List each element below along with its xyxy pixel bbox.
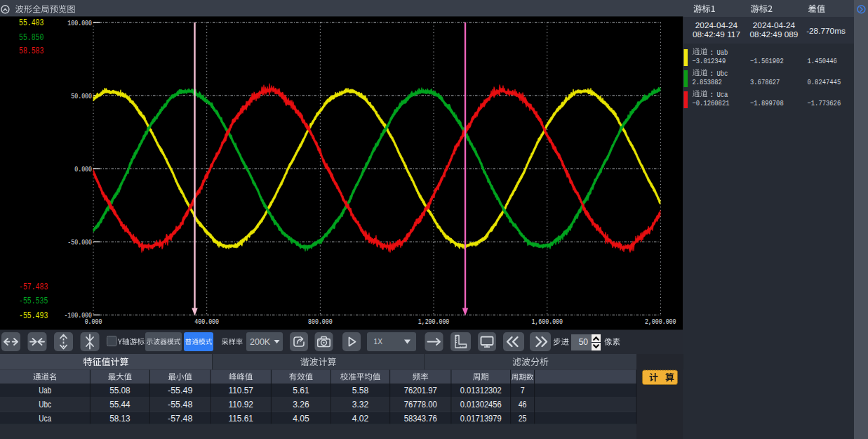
svg-text:0.01302456: 0.01302456 — [460, 400, 502, 409]
svg-text:-55.49: -55.49 — [168, 386, 192, 395]
svg-text:3.678627: 3.678627 — [750, 78, 780, 86]
svg-text:−1.899708: −1.899708 — [750, 99, 784, 107]
svg-text:58343.76: 58343.76 — [404, 414, 437, 424]
svg-text:1,600.000: 1,600.000 — [531, 317, 563, 326]
svg-text:4.02: 4.02 — [352, 414, 369, 424]
svg-text:1X: 1X — [374, 338, 383, 346]
svg-text:Uab: Uab — [717, 48, 728, 57]
svg-text:−1.773626: −1.773626 — [808, 99, 841, 107]
svg-text:Uca: Uca — [39, 414, 51, 424]
svg-text:08:42:49 117: 08:42:49 117 — [693, 30, 740, 39]
svg-text:08:42:49 089: 08:42:49 089 — [750, 30, 799, 39]
svg-text:Uca: Uca — [717, 91, 728, 99]
svg-text:−0.1260821: −0.1260821 — [693, 99, 730, 107]
svg-text:−3.012349: −3.012349 — [693, 57, 726, 65]
svg-text:Ubc: Ubc — [39, 400, 51, 409]
svg-text:−1.561902: −1.561902 — [750, 57, 784, 65]
svg-text:7: 7 — [521, 386, 525, 395]
svg-text:800.000: 800.000 — [308, 317, 333, 326]
svg-text:-55.48: -55.48 — [168, 400, 192, 409]
svg-text:1.450446: 1.450446 — [808, 57, 837, 65]
svg-text:0.000: 0.000 — [74, 165, 92, 173]
svg-text:5.58: 5.58 — [352, 386, 369, 395]
svg-text::: : — [709, 70, 714, 78]
svg-text:76778.00: 76778.00 — [404, 400, 437, 409]
svg-text:46: 46 — [519, 400, 527, 409]
svg-text:Ubc: Ubc — [717, 70, 728, 78]
svg-text:50.000: 50.000 — [71, 92, 92, 100]
svg-text:100.000: 100.000 — [67, 19, 92, 27]
svg-text:115.61: 115.61 — [229, 414, 253, 424]
svg-text:76201.97: 76201.97 — [404, 386, 437, 395]
svg-text:58.583: 58.583 — [19, 46, 44, 56]
svg-text:4.05: 4.05 — [293, 414, 309, 424]
svg-text:50: 50 — [579, 337, 589, 347]
svg-text:2024-04-24: 2024-04-24 — [695, 20, 738, 30]
svg-text:110.57: 110.57 — [229, 386, 253, 395]
svg-text:Uab: Uab — [39, 386, 51, 395]
svg-text:200K: 200K — [250, 337, 271, 347]
svg-text::: : — [709, 91, 714, 99]
svg-text:58.13: 58.13 — [109, 414, 131, 424]
svg-text:1,200.000: 1,200.000 — [418, 317, 450, 326]
svg-text:5.61: 5.61 — [293, 386, 309, 395]
svg-text:400.000: 400.000 — [194, 317, 219, 326]
svg-text:2.853882: 2.853882 — [693, 78, 722, 86]
svg-text:55.850: 55.850 — [19, 33, 44, 43]
svg-text:-28.770ms: -28.770ms — [806, 26, 846, 36]
svg-text:55.403: 55.403 — [19, 18, 44, 28]
svg-text:2024-04-24: 2024-04-24 — [753, 20, 796, 30]
svg-text:3.32: 3.32 — [352, 400, 369, 409]
svg-text:0.000: 0.000 — [85, 317, 102, 326]
svg-text:55.08: 55.08 — [109, 386, 131, 395]
svg-text:25: 25 — [519, 414, 527, 424]
svg-text:-55.493: -55.493 — [19, 311, 48, 321]
svg-text::: : — [709, 48, 714, 57]
svg-text:-55.535: -55.535 — [19, 296, 48, 306]
svg-text:0.01312302: 0.01312302 — [460, 386, 502, 395]
svg-text:55.44: 55.44 — [109, 400, 131, 409]
svg-text:2,000.000: 2,000.000 — [645, 317, 676, 326]
svg-text:110.92: 110.92 — [229, 400, 253, 409]
svg-text:0.8247445: 0.8247445 — [808, 78, 841, 86]
svg-text:-50.000: -50.000 — [67, 238, 92, 247]
svg-text:-57.48: -57.48 — [168, 414, 192, 424]
svg-text:0.01713979: 0.01713979 — [460, 414, 502, 424]
svg-text:-57.483: -57.483 — [19, 282, 48, 292]
svg-text:3.26: 3.26 — [293, 400, 309, 409]
